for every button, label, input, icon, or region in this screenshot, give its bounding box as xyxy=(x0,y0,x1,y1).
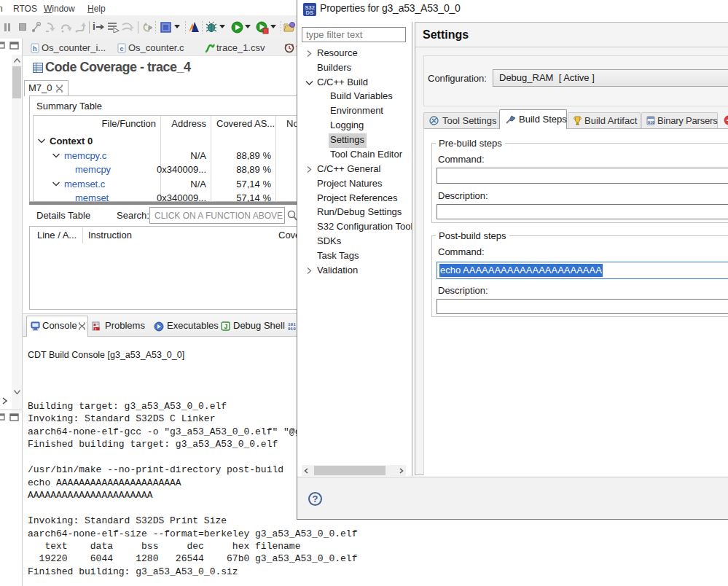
svg-text:J: J xyxy=(224,323,228,330)
svg-text:010: 010 xyxy=(648,121,654,125)
svg-text:h: h xyxy=(33,45,37,52)
svg-text:DS: DS xyxy=(306,9,313,16)
svg-text:c: c xyxy=(120,45,124,52)
svg-text:010: 010 xyxy=(288,327,296,331)
